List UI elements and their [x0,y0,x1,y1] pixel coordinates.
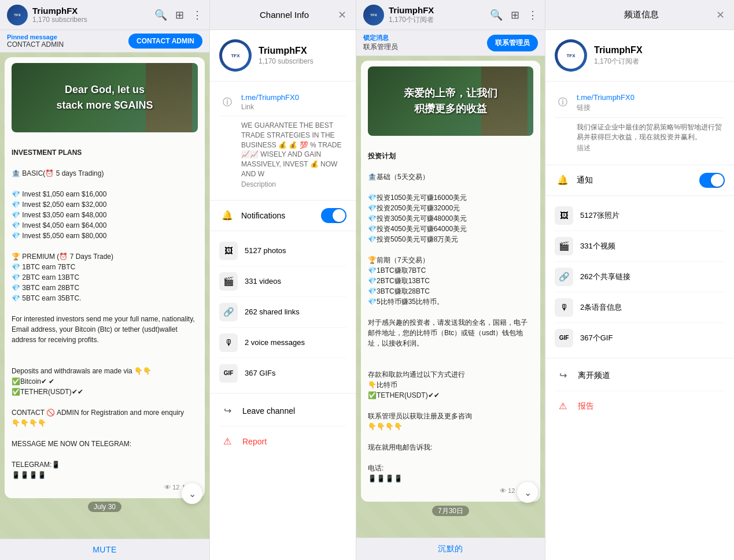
pinned-banner: Pinned message CONTACT ADMIN CONTACT ADM… [0,30,209,53]
link-url: t.me/TriumphFX0 [241,93,299,102]
link-desc-section: ⓘ t.me/TriumphFX0 Link WE GUARANTEE THE … [210,81,356,201]
date-badge: July 30 [5,503,205,511]
photos-label: 5127 photos [245,246,286,255]
videos-label: 331 videos [245,277,281,285]
close-button[interactable]: ✕ [338,9,346,21]
report-row-cn[interactable]: ⚠ 报告 [555,391,725,421]
mute-button[interactable]: MUTE [93,545,117,554]
chat-body-cn: 亲爱的上帝，让我们积攒更多的收益 投资计划 🏦基础（5天交易） 💎投资1050美… [356,56,545,537]
chat-panel-chinese: TFX TriumphFX 1,170个订阅者 🔍 ⊞ ⋮ 锁定消息 联系管理员… [356,0,545,560]
gifs-row-cn[interactable]: GIF 367个GIF [555,323,725,353]
profile-name: TriumphFX [259,46,313,56]
notifications-toggle[interactable] [321,208,346,223]
pinned-text-cn: 联系管理员 [363,42,398,52]
pinned-text: CONTACT ADMIN [7,40,64,49]
channel-info-panel-chinese: 频道信息 ✕ TFX TriumphFX 1,170个订阅者 ⓘ t.me/Tr… [545,0,734,560]
links-label-cn: 262个共享链接 [580,272,630,282]
notifications-label-cn: 通知 [577,175,699,186]
links-row[interactable]: 🔗 262 shared links [219,297,346,328]
notifications-label: Notifications [241,211,321,220]
layout-icon-cn[interactable]: ⊞ [511,9,519,21]
bell-icon-cn: 🔔 [555,172,571,188]
report-icon: ⚠ [219,433,235,450]
description-text-cn: 我们保证企业中最佳的贸易策略%明智地进行贸易并获得巨大收益，现在就投资并赢利。 [577,123,725,142]
profile-subscribers: 1,170 subscribers [259,57,313,65]
link-row-cn[interactable]: ⓘ t.me/TriumphFX0 链接 [555,88,725,118]
link-icon: ⓘ [219,94,235,110]
leave-label-cn: 离开频道 [578,370,610,381]
leave-icon: ↪ [219,403,235,419]
notifications-row-cn: 🔔 通知 [545,165,734,196]
profile-subscribers-cn: 1,170个订阅者 [594,57,643,66]
channel-avatar-cn: TFX [555,39,587,72]
notifications-toggle-cn[interactable] [699,173,725,188]
photos-row-cn[interactable]: 🖼 5127张照片 [555,201,725,231]
info-header: Channel Info ✕ [210,0,356,30]
message-meta-cn: 👁 12 19:10 [368,486,533,496]
info-header-cn: 频道信息 ✕ [545,0,734,30]
description-row: WE GUARANTEE THE BEST TRADE STRATEGIES I… [219,116,346,193]
gifs-label-cn: 367个GIF [580,333,613,343]
bell-icon: 🔔 [219,207,235,224]
link-icon-cn: ⓘ [555,94,571,110]
photos-icon: 🖼 [219,242,238,260]
chat-body: Dear God, let usstack more $GAINS INVEST… [0,53,209,539]
profile-section: TFX TriumphFX 1,170 subscribers [210,30,356,81]
leave-label: Leave channel [242,406,295,416]
avatar-cn: TFX [363,5,384,25]
search-icon[interactable]: 🔍 [154,9,167,21]
info-title-cn: 频道信息 [566,9,716,20]
links-icon-cn: 🔗 [555,268,573,286]
layout-icon[interactable]: ⊞ [175,9,184,21]
message-bubble-cn: 亲爱的上帝，让我们积攒更多的收益 投资计划 🏦基础（5天交易） 💎投资1050美… [361,61,540,502]
description-row-cn: 我们保证企业中最佳的贸易策略%明智地进行贸易并获得巨大收益，现在就投资并赢利。 … [555,118,725,158]
scroll-down-button[interactable]: ⌄ [182,483,202,504]
videos-row-cn[interactable]: 🎬 331个视频 [555,231,725,262]
gifs-icon-cn: GIF [555,329,573,347]
message-text: INVESTMENT PLANS 🏦 BASIC(⏰ 5 days Tradin… [12,137,198,480]
description-label-cn: 描述 [577,143,725,153]
voice-icon: 🎙 [219,333,238,352]
chat-footer: MUTE [0,539,209,560]
message-meta: 👁 12 19:10 [12,483,198,492]
leave-channel-row-cn[interactable]: ↪ 离开频道 [555,361,725,391]
report-icon-cn: ⚠ [555,398,571,414]
subscriber-count: 1,170 subscribers [32,16,87,24]
report-label: Report [242,437,267,446]
links-label: 262 shared links [245,307,300,316]
leave-channel-row[interactable]: ↪ Leave channel [219,396,346,427]
channel-avatar: TFX [219,39,252,72]
pinned-banner-cn: 锁定消息 联系管理员 联系管理员 [356,30,545,56]
mute-button-cn[interactable]: 沉默的 [438,544,463,554]
scroll-down-button-cn[interactable]: ⌄ [517,482,538,503]
links-row-cn[interactable]: 🔗 262个共享链接 [555,262,725,292]
links-icon: 🔗 [219,303,238,321]
date-badge-cn: 7月30日 [361,506,540,516]
report-row[interactable]: ⚠ Report [219,427,346,457]
gifs-row[interactable]: GIF 367 GIFs [219,358,346,388]
contact-admin-button-cn[interactable]: 联系管理员 [487,35,538,51]
profile-section-cn: TFX TriumphFX 1,170个订阅者 [545,30,734,81]
notifications-row: 🔔 Notifications [210,201,356,231]
gifs-label: 367 GIFs [245,369,275,377]
media-section: 🖼 5127 photos 🎬 331 videos 🔗 262 shared … [210,231,356,394]
actions-section-cn: ↪ 离开频道 ⚠ 报告 [545,358,734,424]
more-icon-cn[interactable]: ⋮ [528,9,538,21]
more-icon[interactable]: ⋮ [192,9,202,21]
voice-icon-cn: 🎙 [555,298,573,317]
videos-row[interactable]: 🎬 331 videos [219,266,346,297]
search-icon-cn[interactable]: 🔍 [490,9,503,21]
leave-icon-cn: ↪ [555,368,571,384]
link-label-cn: 链接 [577,103,635,113]
photos-row[interactable]: 🖼 5127 photos [219,236,346,266]
close-button-cn[interactable]: ✕ [716,9,725,21]
voice-row-cn[interactable]: 🎙 2条语音信息 [555,292,725,323]
link-row[interactable]: ⓘ t.me/TriumphFX0 Link [219,88,346,116]
view-count: 👁 12 [164,483,179,492]
channel-title: TriumphFX [32,6,87,16]
voice-row[interactable]: 🎙 2 voice messages [219,328,346,358]
media-section-cn: 🖼 5127张照片 🎬 331个视频 🔗 262个共享链接 🎙 2条语音信息 G… [545,196,734,358]
contact-admin-button[interactable]: CONTACT ADMIN [128,34,202,49]
description-text: WE GUARANTEE THE BEST TRADE STRATEGIES I… [241,121,346,179]
videos-label-cn: 331个视频 [580,241,615,251]
